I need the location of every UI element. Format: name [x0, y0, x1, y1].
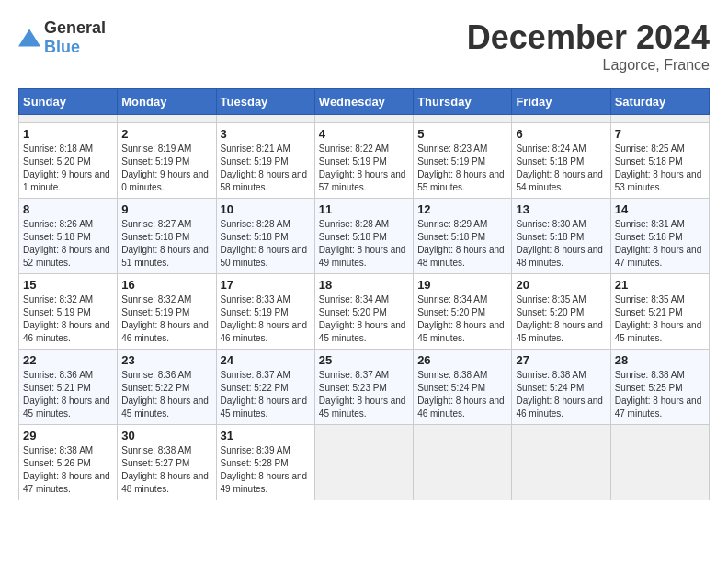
day-info: Sunrise: 8:34 AM Sunset: 5:20 PM Dayligh…	[319, 293, 409, 345]
day-header-thursday: Thursday	[414, 89, 512, 115]
day-number: 6	[516, 127, 606, 141]
day-info: Sunrise: 8:37 AM Sunset: 5:23 PM Dayligh…	[319, 369, 409, 420]
calendar-cell-11: 5 Sunrise: 8:23 AM Sunset: 5:19 PM Dayli…	[414, 123, 512, 199]
day-number: 17	[221, 278, 311, 292]
calendar-cell-19: 13 Sunrise: 8:30 AM Sunset: 5:18 PM Dayl…	[512, 199, 610, 274]
day-number: 20	[516, 278, 606, 292]
calendar-cell-10: 4 Sunrise: 8:22 AM Sunset: 5:19 PM Dayli…	[314, 123, 413, 199]
day-info: Sunrise: 8:31 AM Sunset: 5:18 PM Dayligh…	[615, 218, 705, 270]
day-header-saturday: Saturday	[610, 89, 709, 115]
day-header-tuesday: Tuesday	[216, 89, 314, 115]
svg-marker-0	[18, 29, 40, 46]
day-info: Sunrise: 8:22 AM Sunset: 5:19 PM Dayligh…	[319, 143, 409, 194]
calendar-cell-2	[216, 115, 314, 123]
day-number: 24	[221, 353, 311, 367]
calendar-row-2: 8 Sunrise: 8:26 AM Sunset: 5:18 PM Dayli…	[19, 199, 710, 274]
logo-text-blue: Blue	[44, 38, 80, 56]
day-info: Sunrise: 8:38 AM Sunset: 5:27 PM Dayligh…	[121, 444, 211, 496]
calendar-cell-0	[19, 115, 118, 123]
day-info: Sunrise: 8:28 AM Sunset: 5:18 PM Dayligh…	[319, 218, 409, 270]
calendar-cell-35: 29 Sunrise: 8:38 AM Sunset: 5:26 PM Dayl…	[19, 425, 118, 500]
calendar-cell-21: 15 Sunrise: 8:32 AM Sunset: 5:19 PM Dayl…	[19, 274, 118, 350]
calendar-cell-12: 6 Sunrise: 8:24 AM Sunset: 5:18 PM Dayli…	[512, 123, 610, 199]
day-info: Sunrise: 8:26 AM Sunset: 5:18 PM Dayligh…	[23, 218, 113, 270]
calendar-cell-31: 25 Sunrise: 8:37 AM Sunset: 5:23 PM Dayl…	[314, 350, 413, 425]
location-title: Lagorce, France	[467, 57, 710, 74]
calendar-row-5: 29 Sunrise: 8:38 AM Sunset: 5:26 PM Dayl…	[19, 425, 710, 500]
calendar-cell-37: 31 Sunrise: 8:39 AM Sunset: 5:28 PM Dayl…	[216, 425, 314, 500]
day-number: 13	[516, 202, 606, 216]
day-info: Sunrise: 8:38 AM Sunset: 5:26 PM Dayligh…	[23, 444, 113, 496]
title-area: December 2024 Lagorce, France	[467, 18, 710, 74]
calendar-cell-32: 26 Sunrise: 8:38 AM Sunset: 5:24 PM Dayl…	[414, 350, 512, 425]
day-info: Sunrise: 8:38 AM Sunset: 5:24 PM Dayligh…	[516, 369, 606, 420]
day-number: 12	[417, 202, 507, 216]
calendar-cell-7: 1 Sunrise: 8:18 AM Sunset: 5:20 PM Dayli…	[19, 123, 118, 199]
calendar-cell-8: 2 Sunrise: 8:19 AM Sunset: 5:19 PM Dayli…	[118, 123, 216, 199]
day-number: 8	[23, 202, 113, 216]
day-header-friday: Friday	[512, 89, 610, 115]
calendar-cell-17: 11 Sunrise: 8:28 AM Sunset: 5:18 PM Dayl…	[314, 199, 413, 274]
day-number: 18	[319, 278, 409, 292]
day-number: 1	[23, 127, 113, 141]
day-number: 2	[121, 127, 211, 141]
day-info: Sunrise: 8:33 AM Sunset: 5:19 PM Dayligh…	[221, 293, 311, 345]
day-number: 3	[221, 127, 311, 141]
day-number: 5	[417, 127, 507, 141]
calendar-cell-6	[610, 115, 709, 123]
day-number: 7	[615, 127, 705, 141]
calendar-cell-36: 30 Sunrise: 8:38 AM Sunset: 5:27 PM Dayl…	[118, 425, 216, 500]
calendar-cell-3	[314, 115, 413, 123]
day-info: Sunrise: 8:36 AM Sunset: 5:22 PM Dayligh…	[121, 369, 211, 420]
calendar-cell-23: 17 Sunrise: 8:33 AM Sunset: 5:19 PM Dayl…	[216, 274, 314, 350]
day-info: Sunrise: 8:21 AM Sunset: 5:19 PM Dayligh…	[221, 143, 311, 194]
calendar-cell-24: 18 Sunrise: 8:34 AM Sunset: 5:20 PM Dayl…	[314, 274, 413, 350]
day-header-monday: Monday	[118, 89, 216, 115]
calendar-cell-39	[414, 425, 512, 500]
calendar-cell-4	[414, 115, 512, 123]
day-info: Sunrise: 8:27 AM Sunset: 5:18 PM Dayligh…	[121, 218, 211, 270]
calendar-cell-18: 12 Sunrise: 8:29 AM Sunset: 5:18 PM Dayl…	[414, 199, 512, 274]
day-number: 21	[615, 278, 705, 292]
calendar-cell-28: 22 Sunrise: 8:36 AM Sunset: 5:21 PM Dayl…	[19, 350, 118, 425]
calendar-cell-33: 27 Sunrise: 8:38 AM Sunset: 5:24 PM Dayl…	[512, 350, 610, 425]
day-number: 26	[417, 353, 507, 367]
day-number: 27	[516, 353, 606, 367]
day-info: Sunrise: 8:37 AM Sunset: 5:22 PM Dayligh…	[221, 369, 311, 420]
day-info: Sunrise: 8:28 AM Sunset: 5:18 PM Dayligh…	[221, 218, 311, 270]
calendar-cell-22: 16 Sunrise: 8:32 AM Sunset: 5:19 PM Dayl…	[118, 274, 216, 350]
calendar-cell-9: 3 Sunrise: 8:21 AM Sunset: 5:19 PM Dayli…	[216, 123, 314, 199]
logo-icon	[18, 29, 40, 47]
day-number: 9	[121, 202, 211, 216]
calendar-cell-25: 19 Sunrise: 8:34 AM Sunset: 5:20 PM Dayl…	[414, 274, 512, 350]
day-number: 16	[121, 278, 211, 292]
calendar-row-1: 1 Sunrise: 8:18 AM Sunset: 5:20 PM Dayli…	[19, 123, 710, 199]
calendar-cell-26: 20 Sunrise: 8:35 AM Sunset: 5:20 PM Dayl…	[512, 274, 610, 350]
day-info: Sunrise: 8:38 AM Sunset: 5:24 PM Dayligh…	[417, 369, 507, 420]
day-info: Sunrise: 8:38 AM Sunset: 5:25 PM Dayligh…	[615, 369, 705, 420]
calendar-cell-14: 8 Sunrise: 8:26 AM Sunset: 5:18 PM Dayli…	[19, 199, 118, 274]
calendar-cell-30: 24 Sunrise: 8:37 AM Sunset: 5:22 PM Dayl…	[216, 350, 314, 425]
day-number: 14	[615, 202, 705, 216]
calendar-cell-1	[118, 115, 216, 123]
day-info: Sunrise: 8:29 AM Sunset: 5:18 PM Dayligh…	[417, 218, 507, 270]
header: General Blue December 2024 Lagorce, Fran…	[18, 18, 710, 74]
day-info: Sunrise: 8:24 AM Sunset: 5:18 PM Dayligh…	[516, 143, 606, 194]
logo-text-general: General	[44, 18, 106, 37]
month-title: December 2024	[467, 18, 710, 57]
day-number: 19	[417, 278, 507, 292]
day-number: 15	[23, 278, 113, 292]
day-info: Sunrise: 8:25 AM Sunset: 5:18 PM Dayligh…	[615, 143, 705, 194]
day-info: Sunrise: 8:35 AM Sunset: 5:20 PM Dayligh…	[516, 293, 606, 345]
calendar-cell-15: 9 Sunrise: 8:27 AM Sunset: 5:18 PM Dayli…	[118, 199, 216, 274]
day-number: 22	[23, 353, 113, 367]
day-info: Sunrise: 8:18 AM Sunset: 5:20 PM Dayligh…	[23, 143, 113, 194]
day-number: 11	[319, 202, 409, 216]
calendar-cell-41	[610, 425, 709, 500]
day-number: 25	[319, 353, 409, 367]
day-info: Sunrise: 8:36 AM Sunset: 5:21 PM Dayligh…	[23, 369, 113, 420]
calendar-cell-40	[512, 425, 610, 500]
day-number: 4	[319, 127, 409, 141]
day-info: Sunrise: 8:32 AM Sunset: 5:19 PM Dayligh…	[121, 293, 211, 345]
calendar-cell-38	[314, 425, 413, 500]
